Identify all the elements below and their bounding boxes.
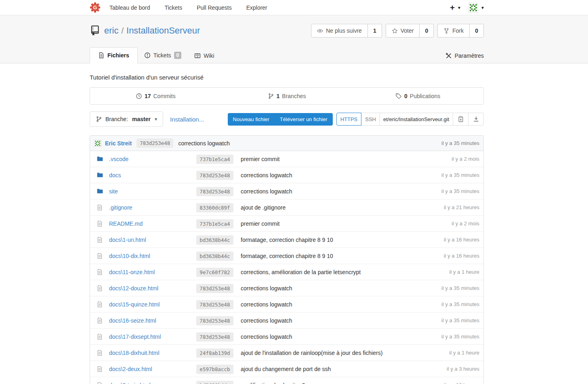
star-count[interactable]: 0 xyxy=(420,24,433,37)
gitea-logo-icon[interactable]: G xyxy=(90,2,101,13)
commit-author-link[interactable]: Eric Streit xyxy=(105,140,132,147)
table-row: docs\17-dixsept.html 783d253e48 correcti… xyxy=(90,329,483,345)
commits-stat[interactable]: 17Commits xyxy=(90,88,221,104)
commit-hash-link[interactable]: 737b1e5ca4 xyxy=(196,219,233,229)
commit-message-link[interactable]: ajout de l'installation de rainloop(mise… xyxy=(241,350,445,356)
tab-issues[interactable]: Tickets 0 xyxy=(138,47,188,63)
commit-hash-link[interactable]: 9e7c60f782 xyxy=(196,268,233,277)
commit-hash-link[interactable]: 783d253e48 xyxy=(196,300,233,309)
file-link[interactable]: docs\10-dix.html xyxy=(109,253,195,259)
download-archive-button[interactable] xyxy=(468,113,484,126)
commit-message-link[interactable]: ajout de .gitignore xyxy=(241,204,439,211)
tab-wiki[interactable]: Wiki xyxy=(188,48,220,63)
unwatch-button[interactable]: Ne plus suivre xyxy=(311,24,368,37)
commit-message-link[interactable]: corrections logwatch xyxy=(241,188,437,195)
clone-url-group: HTTPS SSH xyxy=(336,113,484,126)
fork-count[interactable]: 0 xyxy=(470,24,483,37)
commit-message-link[interactable]: corrections logwatch xyxy=(178,140,230,147)
file-link[interactable]: docs\12-douze.html xyxy=(109,285,195,292)
file-icon xyxy=(97,220,103,227)
commit-message-link[interactable]: corrections logwatch xyxy=(241,172,437,178)
tab-files[interactable]: Fichiers xyxy=(90,47,138,63)
commit-message-link[interactable]: corrections logwatch xyxy=(241,317,437,324)
commit-message-link[interactable]: corrections, amélioration de la partie l… xyxy=(241,269,445,275)
branches-stat[interactable]: 1Branches xyxy=(221,88,353,104)
file-link[interactable]: docs xyxy=(109,172,195,178)
nav-explore[interactable]: Explorer xyxy=(246,4,267,11)
table-row: README.md 737b1e5ca4 premier commit il y… xyxy=(90,216,483,232)
table-row: docs\16-seize.html 783d253e48 correction… xyxy=(90,313,483,329)
watch-count[interactable]: 1 xyxy=(368,24,382,37)
commit-hash-link[interactable]: bd3638b44c xyxy=(196,381,233,384)
repo-stats-bar: 17Commits 1Branches 0Publications xyxy=(90,87,484,105)
repo-path-link[interactable]: Installation... xyxy=(170,116,204,123)
commit-message-link[interactable]: formatage, correction chapitre 8 9 10 xyxy=(241,237,439,243)
nav-dashboard[interactable]: Tableau de bord xyxy=(109,4,150,11)
clone-url-input[interactable] xyxy=(380,113,453,126)
commit-hash-link[interactable]: bd3638b44c xyxy=(196,235,233,245)
table-row: docs\1-un.html bd3638b44c formatage, cor… xyxy=(90,232,483,248)
commit-hash-link[interactable]: 737b1e5ca4 xyxy=(196,155,233,164)
commit-hash-link[interactable]: 783d253e48 xyxy=(196,187,233,196)
copy-clone-url-button[interactable] xyxy=(453,113,468,126)
upload-file-button[interactable]: Téléverser un fichier xyxy=(275,113,333,126)
commit-hash-link[interactable]: 24f8ab139d xyxy=(196,348,233,358)
commit-hash-link[interactable]: 783d253e48 xyxy=(196,171,233,180)
chevron-down-icon[interactable]: ▾ xyxy=(481,5,484,10)
commit-message-link[interactable]: premier commit xyxy=(241,156,447,162)
fork-button[interactable]: Fork xyxy=(438,24,470,37)
releases-stat[interactable]: 0Publications xyxy=(352,88,483,104)
file-link[interactable]: docs\2-deux.html xyxy=(109,366,195,372)
file-link[interactable]: docs\15-quinze.html xyxy=(109,301,195,308)
commit-hash-link[interactable]: e597b8accb xyxy=(196,365,233,374)
branch-selector[interactable]: Branche:master ▾ xyxy=(90,111,163,127)
repo-owner-link[interactable]: eric xyxy=(104,25,118,36)
nav-pull-requests[interactable]: Pull Requests xyxy=(197,4,231,11)
commit-hash-link[interactable]: 783d253e48 xyxy=(136,138,173,148)
commit-message-link[interactable]: ajout du changement de port de ssh xyxy=(241,366,442,372)
commit-message-link[interactable]: premier commit xyxy=(241,220,447,227)
chevron-down-icon: ▾ xyxy=(155,116,157,122)
file-icon xyxy=(97,333,103,340)
ssh-toggle[interactable]: SSH xyxy=(361,113,380,126)
commit-message-link[interactable]: modification du chapitre 3 xyxy=(241,382,439,384)
file-link[interactable]: site xyxy=(109,188,195,195)
tab-settings[interactable]: Paramètres xyxy=(445,48,484,63)
folder-icon xyxy=(97,172,103,178)
file-icon xyxy=(97,365,103,372)
file-link[interactable]: .gitignore xyxy=(109,204,195,211)
commit-hash-link[interactable]: 783d253e48 xyxy=(196,284,233,293)
https-toggle[interactable]: HTTPS xyxy=(336,113,362,126)
chevron-down-icon[interactable]: ▾ xyxy=(458,5,460,10)
file-link[interactable]: docs\17-dixsept.html xyxy=(109,334,195,340)
file-link[interactable]: .vscode xyxy=(109,156,195,162)
repository-icon xyxy=(90,25,100,36)
file-link[interactable]: README.md xyxy=(109,220,195,227)
commit-message-link[interactable]: corrections logwatch xyxy=(241,334,437,340)
file-link[interactable]: docs\1-un.html xyxy=(109,237,195,243)
commit-time: il y a 2 mois xyxy=(452,220,479,227)
commit-message-link[interactable]: corrections logwatch xyxy=(241,285,437,292)
watch-button-group: Ne plus suivre 1 xyxy=(311,24,382,38)
commit-hash-link[interactable]: 83360dc89f xyxy=(196,203,233,212)
commit-author-avatar[interactable] xyxy=(94,140,101,147)
commit-message-link[interactable]: formatage, correction chapitre 8 9 10 xyxy=(241,253,439,259)
commit-hash-link[interactable]: 783d253e48 xyxy=(196,332,233,342)
commit-time: il y a 1 heure xyxy=(449,269,479,275)
file-link[interactable]: docs\18-dixhuit.html xyxy=(109,350,195,356)
folder-icon xyxy=(97,155,103,162)
user-avatar[interactable] xyxy=(468,3,478,13)
new-file-button[interactable]: Nouveau fichier xyxy=(228,113,275,126)
file-link[interactable]: docs\11-onze.html xyxy=(109,269,195,275)
file-link[interactable]: docs\16-seize.html xyxy=(109,317,195,324)
commit-time: il y a 16 heures xyxy=(444,237,479,243)
commit-message-link[interactable]: corrections logwatch xyxy=(241,301,437,308)
star-button[interactable]: Voter xyxy=(386,24,420,37)
file-link[interactable]: docs\3-trois.html xyxy=(109,382,195,384)
commit-hash-link[interactable]: 783d253e48 xyxy=(196,316,233,325)
create-new-button[interactable]: + xyxy=(450,4,455,12)
commit-hash-link[interactable]: bd3638b44c xyxy=(196,252,233,261)
commit-time: il y a 1 heure xyxy=(449,350,479,356)
repo-name-link[interactable]: InstallationServeur xyxy=(126,25,200,36)
nav-issues[interactable]: Tickets xyxy=(164,4,182,11)
